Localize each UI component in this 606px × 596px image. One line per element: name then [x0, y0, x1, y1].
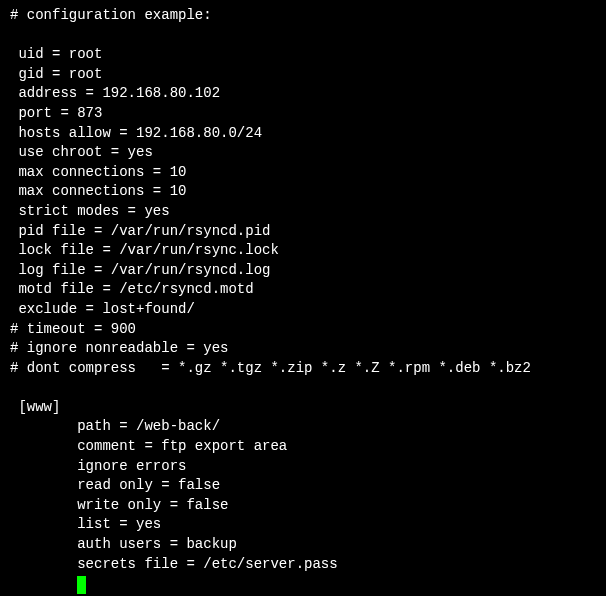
config-line: # ignore nonreadable = yes — [10, 339, 606, 359]
config-line — [10, 26, 606, 46]
config-line: auth users = backup — [10, 535, 606, 555]
config-line: port = 873 — [10, 104, 606, 124]
config-line: pid file = /var/run/rsyncd.pid — [10, 222, 606, 242]
config-line: lock file = /var/run/rsync.lock — [10, 241, 606, 261]
config-line: # dont compress = *.gz *.tgz *.zip *.z *… — [10, 359, 606, 379]
terminal-output: # configuration example: uid = root gid … — [10, 6, 606, 594]
config-line — [10, 378, 606, 398]
config-line: use chroot = yes — [10, 143, 606, 163]
config-line: strict modes = yes — [10, 202, 606, 222]
config-line: uid = root — [10, 45, 606, 65]
terminal-cursor[interactable] — [77, 576, 86, 594]
config-line: read only = false — [10, 476, 606, 496]
cursor-line[interactable] — [10, 574, 606, 594]
config-line: list = yes — [10, 515, 606, 535]
config-line: motd file = /etc/rsyncd.motd — [10, 280, 606, 300]
config-line: comment = ftp export area — [10, 437, 606, 457]
config-line: # timeout = 900 — [10, 320, 606, 340]
config-line: exclude = lost+found/ — [10, 300, 606, 320]
config-line: max connections = 10 — [10, 163, 606, 183]
config-line: address = 192.168.80.102 — [10, 84, 606, 104]
config-line: ignore errors — [10, 457, 606, 477]
config-line: write only = false — [10, 496, 606, 516]
config-line: [www] — [10, 398, 606, 418]
config-line: hosts allow = 192.168.80.0/24 — [10, 124, 606, 144]
config-line: log file = /var/run/rsyncd.log — [10, 261, 606, 281]
config-line: # configuration example: — [10, 6, 606, 26]
config-line: path = /web-back/ — [10, 417, 606, 437]
config-line: max connections = 10 — [10, 182, 606, 202]
config-line: gid = root — [10, 65, 606, 85]
config-line: secrets file = /etc/server.pass — [10, 555, 606, 575]
